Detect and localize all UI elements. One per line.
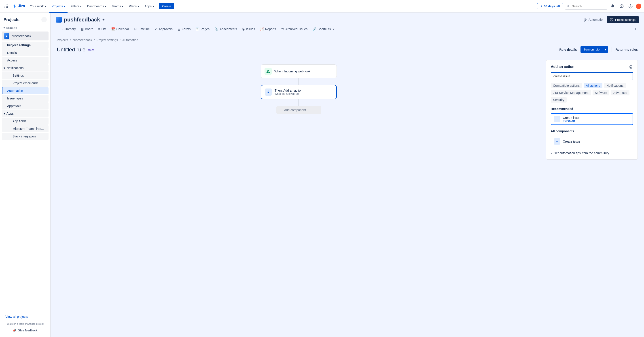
tab-forms[interactable]: ▤Forms: [175, 25, 193, 33]
add-tab-button[interactable]: +: [632, 25, 639, 33]
svg-point-1: [6, 4, 6, 5]
user-avatar[interactable]: [636, 3, 641, 9]
flow-trigger-card[interactable]: When: Incoming webhook: [261, 64, 337, 78]
sidebar-item-issue-types[interactable]: Issue types: [2, 95, 48, 102]
chip-all-actions[interactable]: All actions: [584, 83, 602, 88]
svg-point-13: [630, 5, 631, 7]
sidebar-item-apps[interactable]: ▾ Apps: [2, 110, 48, 117]
svg-point-8: [7, 7, 8, 8]
recent-section[interactable]: ▾ Recent: [2, 25, 48, 31]
app-switcher-icon[interactable]: [3, 3, 10, 10]
sidebar-item-teams[interactable]: Microsoft Teams inte...: [2, 125, 48, 132]
view-all-projects-link[interactable]: View all projects: [4, 313, 47, 320]
sidebar-item-notifications[interactable]: ▾ Notifications: [2, 64, 48, 71]
all-components-label: All components: [551, 129, 633, 133]
divider: [612, 47, 612, 52]
breadcrumb-settings[interactable]: Project settings: [96, 38, 118, 42]
svg-point-15: [267, 72, 268, 73]
plus-icon: +: [280, 108, 282, 112]
rule-details-link[interactable]: Rule details: [559, 48, 577, 51]
action-search-input[interactable]: [551, 72, 633, 80]
jira-logo[interactable]: Jira: [12, 4, 25, 8]
main-content: pushfeedback ✦ Automation Project settin…: [50, 12, 644, 337]
project-settings-button[interactable]: Project settings: [607, 16, 639, 23]
project-tabs: ☰Summary ▦Board ≡List 📅Calendar ⊟Timelin…: [56, 25, 639, 33]
tab-list[interactable]: ≡List: [96, 25, 108, 33]
nav-teams[interactable]: Teams▾: [110, 3, 126, 9]
svg-line-10: [569, 6, 569, 7]
nav-dashboards[interactable]: Dashboards▾: [85, 3, 109, 9]
breadcrumb-pushfeedback[interactable]: pushfeedback: [72, 38, 92, 42]
sidebar-project-pushfeedback[interactable]: ◆ pushfeedback: [2, 31, 48, 40]
automation-tips-link[interactable]: › Get automation tips from the community: [551, 151, 633, 155]
recommended-label: Recommended: [551, 107, 633, 111]
nav-filters[interactable]: Filters▾: [68, 3, 84, 9]
search-icon: [567, 5, 570, 8]
chip-notifications[interactable]: Notifications: [604, 83, 626, 88]
sidebar-item-slack[interactable]: Slack integration: [2, 133, 48, 140]
sidebar-item-project-settings[interactable]: Project settings: [2, 41, 48, 49]
create-button[interactable]: Create: [159, 3, 174, 9]
add-project-button[interactable]: +: [41, 17, 47, 22]
action-name: Create issue: [563, 140, 580, 143]
chevron-down-icon: ▾: [4, 112, 5, 115]
tab-issues[interactable]: ◉Issues: [240, 25, 257, 33]
tab-summary[interactable]: ☰Summary: [56, 25, 78, 33]
chip-advanced[interactable]: Advanced: [611, 90, 630, 95]
sidebar-item-access[interactable]: Access: [2, 57, 48, 64]
rule-title[interactable]: Untitled rule: [57, 46, 86, 53]
svg-point-5: [7, 6, 8, 6]
settings-icon[interactable]: [627, 3, 634, 10]
days-left-button[interactable]: ✦ 30 days left: [537, 3, 563, 9]
project-icon: ◆: [4, 33, 10, 39]
turn-on-rule-button[interactable]: Turn on rule: [580, 46, 603, 53]
sidebar-item-settings[interactable]: Settings: [2, 72, 48, 79]
nav-projects[interactable]: Projects▾: [50, 3, 68, 9]
action-create-issue[interactable]: + Create issue: [551, 136, 633, 147]
notifications-icon[interactable]: [609, 3, 616, 10]
tab-approvals[interactable]: ✓Approvals: [152, 25, 175, 33]
add-component-button[interactable]: + Add component: [276, 106, 321, 114]
help-icon[interactable]: [618, 3, 625, 10]
sidebar-item-approvals[interactable]: Approvals: [2, 102, 48, 109]
tab-board[interactable]: ▦Board: [78, 25, 96, 33]
chip-compatible[interactable]: Compatible actions: [551, 83, 582, 88]
return-to-rules-link[interactable]: Return to rules: [616, 48, 638, 51]
sidebar-item-automation[interactable]: Automation: [2, 87, 48, 94]
logo-text: Jira: [18, 4, 25, 8]
flow-action-card[interactable]: Then: Add an action What the rule will d…: [261, 85, 337, 99]
tab-archived[interactable]: 🗃Archived Issues: [278, 25, 310, 33]
sidebar-item-details[interactable]: Details: [2, 49, 48, 56]
svg-point-7: [6, 7, 6, 8]
lightning-icon: [265, 88, 272, 96]
megaphone-icon: 📣: [13, 329, 16, 332]
svg-point-17: [268, 70, 268, 71]
sidebar-item-email-audit[interactable]: Project email audit: [2, 79, 48, 87]
breadcrumb-projects[interactable]: Projects: [57, 38, 68, 42]
nav-plans[interactable]: Plans▾: [126, 3, 141, 9]
flow-connector: [298, 78, 299, 85]
breadcrumb-automation[interactable]: Automation: [122, 38, 138, 42]
chevron-right-icon: ›: [551, 151, 552, 155]
automation-link[interactable]: Automation: [583, 18, 604, 22]
action-create-issue-recommended[interactable]: + Create issue POPULAR: [551, 113, 633, 125]
tab-timeline[interactable]: ⊟Timeline: [132, 25, 152, 33]
tab-calendar[interactable]: 📅Calendar: [109, 25, 131, 33]
tab-reports[interactable]: 📈Reports: [258, 25, 278, 33]
chip-software[interactable]: Software: [592, 90, 609, 95]
nav-apps[interactable]: Apps▾: [142, 3, 156, 9]
sidebar-item-app-fields[interactable]: App fields: [2, 118, 48, 125]
chip-security[interactable]: Security: [551, 97, 567, 103]
sparkle-icon[interactable]: ✦: [102, 18, 105, 21]
give-feedback-link[interactable]: 📣 Give feedback: [4, 328, 47, 334]
tab-attachments[interactable]: 📎Attachments: [212, 25, 239, 33]
tab-pages[interactable]: 📄Pages: [193, 25, 212, 33]
delete-action-button[interactable]: [628, 65, 633, 69]
nav-your-work[interactable]: Your work▾: [28, 3, 48, 9]
svg-point-12: [622, 7, 622, 7]
search-input[interactable]: [565, 3, 607, 9]
chip-jsm[interactable]: Jira Service Management: [551, 90, 591, 95]
turn-on-dropdown[interactable]: ▾: [603, 46, 608, 53]
tab-shortcuts[interactable]: 🔗Shortcuts▾: [310, 25, 337, 33]
plus-icon: +: [554, 138, 560, 145]
